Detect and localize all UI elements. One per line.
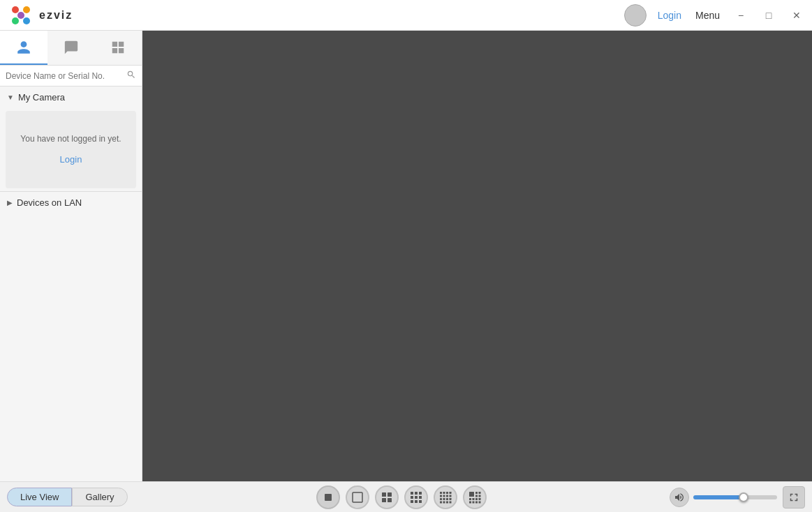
camera-section: ▼ My Camera You have not logged in yet. … [0, 86, 142, 481]
svg-point-4 [17, 12, 24, 19]
svg-rect-37 [475, 492, 478, 494]
layout-custom-icon [468, 491, 481, 504]
devices-on-lan-header[interactable]: ▶ Devices on LAN [0, 191, 142, 213]
sidebar: ▼ My Camera You have not logged in yet. … [0, 31, 142, 481]
svg-rect-43 [475, 498, 478, 500]
svg-rect-46 [472, 501, 474, 503]
devices-on-lan-label: Devices on LAN [17, 197, 82, 208]
menu-button[interactable]: Menu [693, 10, 723, 21]
layout-9-icon [410, 491, 422, 504]
app-logo-text: ezviz [39, 9, 73, 22]
message-icon [64, 40, 79, 55]
svg-rect-9 [382, 498, 386, 502]
svg-point-2 [12, 17, 19, 24]
volume-button[interactable] [670, 488, 689, 507]
svg-rect-11 [411, 492, 413, 495]
fullscreen-button[interactable] [783, 486, 805, 509]
volume-slider[interactable] [693, 495, 777, 499]
svg-rect-13 [419, 492, 422, 495]
close-button[interactable]: ✕ [787, 6, 806, 25]
svg-rect-20 [440, 492, 442, 494]
svg-rect-33 [443, 501, 445, 503]
gallery-button[interactable]: Gallery [72, 488, 127, 506]
login-button[interactable]: Login [655, 10, 684, 21]
svg-rect-39 [475, 495, 478, 497]
maximize-button[interactable]: □ [759, 6, 778, 25]
svg-rect-48 [478, 501, 480, 503]
svg-rect-23 [449, 492, 451, 494]
svg-rect-10 [387, 498, 392, 502]
volume-icon [674, 492, 685, 503]
lan-arrow: ▶ [7, 199, 13, 206]
svg-rect-21 [443, 492, 445, 494]
svg-rect-35 [449, 501, 451, 503]
layout-4-icon [381, 491, 393, 504]
stop-icon [324, 493, 332, 502]
svg-point-1 [23, 6, 30, 13]
svg-rect-30 [446, 498, 448, 500]
layout-4-button[interactable] [375, 485, 399, 509]
my-camera-header[interactable]: ▼ My Camera [0, 86, 142, 108]
layout-16-icon [439, 491, 452, 504]
search-icon [126, 70, 136, 80]
svg-rect-31 [449, 498, 451, 500]
svg-rect-32 [440, 501, 442, 503]
svg-rect-45 [469, 501, 471, 503]
sidebar-tab-devices[interactable] [0, 31, 47, 65]
svg-rect-47 [475, 501, 478, 503]
svg-rect-22 [446, 492, 448, 494]
sidebar-login-link[interactable]: Login [13, 151, 129, 167]
svg-point-3 [23, 17, 30, 24]
sidebar-tab-messages[interactable] [47, 31, 95, 65]
layout-1-button[interactable] [346, 485, 369, 509]
not-logged-box: You have not logged in yet. Login [6, 111, 136, 188]
not-logged-text: You have not logged in yet. [13, 132, 129, 147]
svg-rect-15 [415, 496, 418, 499]
live-view-button[interactable]: Live View [7, 488, 72, 506]
volume-control [670, 488, 777, 507]
svg-rect-34 [446, 501, 448, 503]
toolbar-center [139, 485, 664, 509]
layout-16-button[interactable] [434, 485, 457, 509]
svg-rect-19 [419, 500, 422, 503]
my-camera-label: My Camera [18, 92, 65, 103]
svg-point-0 [12, 6, 19, 13]
svg-rect-26 [446, 495, 448, 497]
svg-rect-18 [415, 500, 418, 503]
titlebar-right: Login Menu − □ ✕ [624, 4, 812, 27]
svg-rect-14 [411, 496, 413, 499]
svg-rect-16 [419, 496, 422, 499]
svg-rect-40 [478, 495, 480, 497]
avatar [624, 4, 647, 27]
svg-rect-41 [469, 498, 471, 500]
svg-rect-7 [382, 492, 386, 497]
svg-rect-17 [411, 500, 413, 503]
svg-rect-38 [478, 492, 480, 494]
toolbar-right [670, 486, 805, 509]
ezviz-logo [8, 3, 34, 28]
svg-rect-24 [440, 495, 442, 497]
layout-1-icon [351, 491, 364, 504]
volume-thumb [739, 492, 748, 502]
svg-rect-44 [478, 498, 480, 500]
stop-button[interactable] [316, 485, 340, 509]
svg-rect-36 [469, 492, 474, 497]
titlebar-left: ezviz [0, 3, 73, 28]
svg-rect-8 [387, 492, 392, 497]
layout-9-button[interactable] [404, 485, 428, 509]
search-button[interactable] [126, 70, 136, 82]
search-input[interactable] [6, 71, 122, 81]
svg-rect-25 [443, 495, 445, 497]
svg-rect-29 [443, 498, 445, 500]
search-bar [0, 66, 142, 86]
titlebar: ezviz Login Menu − □ ✕ [0, 0, 812, 31]
svg-rect-12 [415, 492, 418, 495]
minimize-button[interactable]: − [731, 6, 751, 25]
sidebar-tabs [0, 31, 142, 66]
layout-custom-button[interactable] [463, 485, 487, 509]
svg-rect-42 [472, 498, 474, 500]
sidebar-tab-grid[interactable] [94, 31, 142, 65]
grid-icon [110, 40, 126, 55]
fullscreen-icon [788, 491, 800, 504]
svg-rect-6 [353, 492, 362, 502]
